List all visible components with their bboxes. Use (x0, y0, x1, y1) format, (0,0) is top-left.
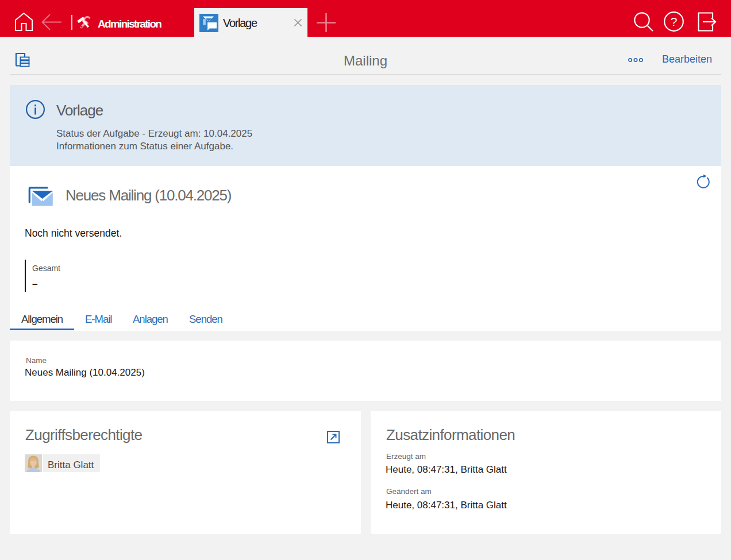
svg-text:?: ? (671, 15, 678, 28)
